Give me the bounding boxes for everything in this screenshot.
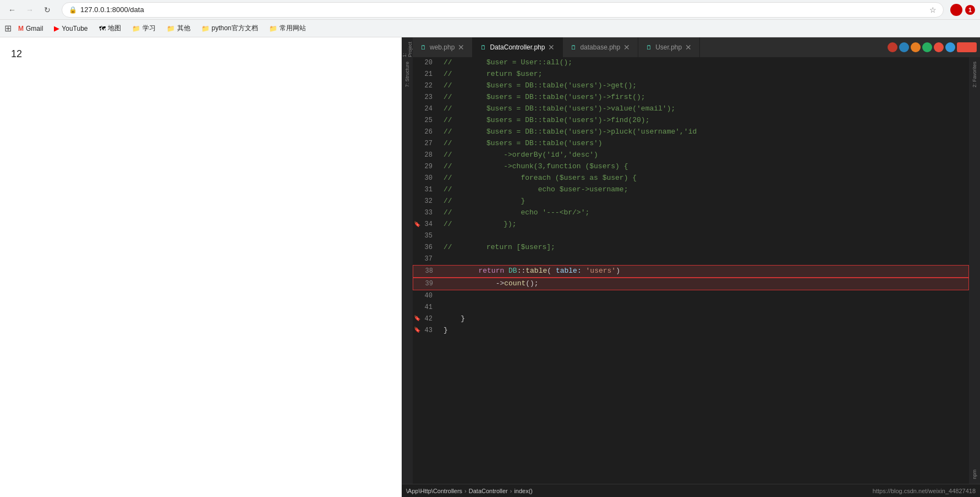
forward-button[interactable]: → xyxy=(22,2,37,18)
left-side-panel: 7: Structure xyxy=(402,57,413,484)
npm-label[interactable]: npm xyxy=(972,465,977,484)
project-label: 1: Project xyxy=(402,37,413,57)
line-content-42: } xyxy=(439,313,969,325)
bookmark-python[interactable]: 📁 python官方文档 xyxy=(197,23,262,34)
circle-icon-blue[interactable] xyxy=(899,42,909,52)
tab-user-php[interactable]: 🗒 User.php ✕ xyxy=(638,37,700,57)
youtube-icon: ▶ xyxy=(54,24,59,32)
line-num-23: 23 xyxy=(413,92,439,103)
line-num-31: 31 xyxy=(413,185,439,195)
code-line-39: 39 ->count(); xyxy=(413,278,969,290)
folder-icon: 📁 xyxy=(269,25,277,32)
bookmark-study[interactable]: 📁 学习 xyxy=(128,23,160,34)
bookmark-star-icon[interactable]: ☆ xyxy=(929,5,937,14)
line-num-43: 🔖 43 xyxy=(413,325,439,336)
tab-label: User.php xyxy=(655,43,682,51)
line-num-34: 🔖 34 xyxy=(413,219,439,230)
php-file-icon: 🗒 xyxy=(646,44,652,51)
bookmark-label: Gmail xyxy=(26,25,43,32)
reload-button[interactable]: ↻ xyxy=(40,2,55,18)
bookmark-maps[interactable]: 🗺 地图 xyxy=(95,23,125,34)
tab-close-icon[interactable]: ✕ xyxy=(548,43,555,52)
bookmark-label: 地图 xyxy=(108,24,121,33)
circle-icon-blue2[interactable] xyxy=(945,42,955,52)
line-content-32: // } xyxy=(439,196,969,207)
tab-datacontroller-php[interactable]: 🗒 DataController.php ✕ xyxy=(473,37,563,57)
line-num-29: 29 xyxy=(413,162,439,172)
bookmark-common[interactable]: 📁 常用网站 xyxy=(265,23,310,34)
line-content-43: } xyxy=(439,325,969,336)
line-content-22: // $users = DB::table('users')->get(); xyxy=(439,80,969,92)
code-content[interactable]: 20 // $user = User::all(); 21 // return … xyxy=(413,57,969,484)
code-line-35: 35 xyxy=(413,230,969,242)
line-num-37: 37 xyxy=(413,254,439,264)
line-num-25: 25 xyxy=(413,115,439,126)
tab-label: web.php xyxy=(430,43,455,51)
bookmark-youtube[interactable]: ▶ YouTube xyxy=(50,23,92,34)
code-line-43: 🔖 43 } xyxy=(413,325,969,336)
code-line-22: 22 // $users = DB::table('users')->get()… xyxy=(413,80,969,92)
tab-label: database.php xyxy=(580,43,620,51)
code-line-26: 26 // $users = DB::table('users')->pluck… xyxy=(413,126,969,138)
line-content-36: // return [$users]; xyxy=(439,242,969,253)
line-content-25: // $users = DB::table('users')->find(20)… xyxy=(439,115,969,126)
line-num-38: 38 xyxy=(413,266,440,277)
line-num-20: 20 xyxy=(413,58,439,68)
line-content-21: // return $user; xyxy=(439,69,969,80)
favorites-label[interactable]: 2: Favorites xyxy=(972,57,977,92)
code-line-21: 21 // return $user; xyxy=(413,69,969,80)
code-line-36: 36 // return [$users]; xyxy=(413,242,969,253)
breadcrumb-part-2[interactable]: DataController xyxy=(469,488,508,494)
url-text: 127.0.0.1:8000/data xyxy=(80,5,926,14)
php-file-icon: 🗒 xyxy=(571,44,577,51)
line-content-26: // $users = DB::table('users')->pluck('u… xyxy=(439,126,969,138)
tab-close-icon[interactable]: ✕ xyxy=(623,43,630,52)
notification-badge: 1 xyxy=(965,4,976,15)
address-bar[interactable]: 🔒 127.0.0.1:8000/data ☆ xyxy=(62,2,944,18)
circle-icon-red[interactable] xyxy=(888,42,897,52)
circle-icon-red2[interactable] xyxy=(934,42,944,52)
code-line-28: 28 // ->orderBy('id','desc') xyxy=(413,150,969,161)
line-content-38: return DB::table( table: 'users') xyxy=(440,266,968,277)
code-line-42: 🔖 42 } xyxy=(413,313,969,325)
tab-label: DataController.php xyxy=(490,43,545,51)
breadcrumb-part-1[interactable]: \App\Http\Controllers xyxy=(406,488,462,494)
code-lines: 20 // $user = User::all(); 21 // return … xyxy=(413,57,969,336)
code-line-41: 41 xyxy=(413,302,969,313)
circle-icon-green[interactable] xyxy=(922,42,932,52)
tab-close-icon[interactable]: ✕ xyxy=(458,43,464,52)
tab-right-icons xyxy=(884,37,980,57)
breadcrumb-sep-2: › xyxy=(510,488,512,494)
folder-icon: 📁 xyxy=(167,25,175,32)
php-file-icon: 🗒 xyxy=(480,44,486,51)
breadcrumb-part-3[interactable]: index() xyxy=(514,488,533,494)
tab-web-php[interactable]: 🗒 web.php ✕ xyxy=(413,37,473,57)
lock-icon: 🔒 xyxy=(69,6,77,14)
code-line-34: 🔖 34 // }); xyxy=(413,219,969,230)
project-panel-tab[interactable]: 1: Project xyxy=(402,37,413,57)
apps-grid-icon[interactable]: ⊞ xyxy=(4,23,12,34)
line-num-42: 🔖 42 xyxy=(413,314,439,324)
main-area: 12 1: Project 🗒 web.php ✕ 🗒 DataControll… xyxy=(0,37,980,497)
tab-close-icon[interactable]: ✕ xyxy=(685,43,692,52)
back-button[interactable]: ← xyxy=(4,2,20,18)
browser-titlebar: ← → ↻ 🔒 127.0.0.1:8000/data ☆ 1 xyxy=(0,0,980,20)
bookmark-gmail[interactable]: M Gmail xyxy=(14,24,47,34)
code-line-27: 27 // $users = DB::table('users') xyxy=(413,138,969,150)
line-num-41: 41 xyxy=(413,302,439,313)
wide-icon[interactable] xyxy=(957,42,977,52)
code-line-40: 40 xyxy=(413,290,969,302)
bookmark-label: YouTube xyxy=(62,25,87,32)
structure-label[interactable]: 7: Structure xyxy=(404,57,410,92)
code-line-29: 29 // ->chunk(3,function ($users) { xyxy=(413,161,969,173)
right-side-panel: 2: Favorites npm xyxy=(969,57,980,484)
extension-icon-red[interactable] xyxy=(950,4,962,16)
tab-database-php[interactable]: 🗒 database.php ✕ xyxy=(563,37,638,57)
bookmark-label: 其他 xyxy=(177,24,190,33)
code-line-38: 38 return DB::table( table: 'users') xyxy=(413,265,969,278)
bookmark-other[interactable]: 📁 其他 xyxy=(162,23,195,34)
php-file-icon: 🗒 xyxy=(420,44,426,51)
line-num-26: 26 xyxy=(413,127,439,137)
bookmark-icon-43: 🔖 xyxy=(414,326,420,335)
circle-icon-orange[interactable] xyxy=(911,42,921,52)
